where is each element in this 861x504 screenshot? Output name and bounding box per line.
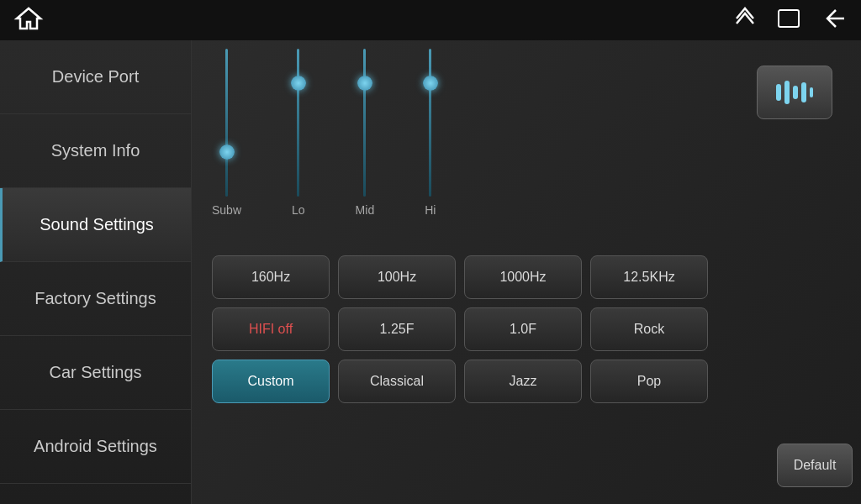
default-button[interactable]: Default xyxy=(777,444,853,487)
hi-label: Hi xyxy=(425,203,436,217)
sidebar-item-device-port[interactable]: Device Port xyxy=(0,40,191,114)
jazz-button[interactable]: Jazz xyxy=(464,360,582,403)
main-container: Device Port System Info Sound Settings F… xyxy=(0,40,861,504)
subw-thumb[interactable] xyxy=(219,144,235,160)
freq-160hz-button[interactable]: 160Hz xyxy=(212,255,330,299)
hifi-off-button[interactable]: HIFI off xyxy=(212,307,330,351)
svg-rect-4 xyxy=(784,81,790,104)
svg-rect-3 xyxy=(776,84,781,101)
hi-thumb[interactable] xyxy=(423,76,438,91)
hi-slider[interactable] xyxy=(429,49,431,197)
lo-label: Lo xyxy=(292,203,305,217)
svg-rect-5 xyxy=(793,86,798,99)
freq-100hz-button[interactable]: 100Hz xyxy=(338,255,456,299)
button-rows: 160Hz 100Hz 1000Hz 12.5KHz HIFI off 1.25… xyxy=(212,255,841,403)
mid-thumb[interactable] xyxy=(357,76,372,91)
preset-button-row: Custom Classical Jazz Pop xyxy=(212,360,841,403)
sound-icon-button[interactable] xyxy=(757,66,832,119)
chevron-up-icon[interactable] xyxy=(733,7,757,34)
home-icon[interactable] xyxy=(13,7,44,34)
eq-channel-lo: Lo xyxy=(292,49,305,217)
freq-button-row: 160Hz 100Hz 1000Hz 12.5KHz xyxy=(212,255,841,299)
freq-12_5khz-button[interactable]: 12.5KHz xyxy=(590,255,708,299)
pop-button[interactable]: Pop xyxy=(590,360,708,403)
mid-slider[interactable] xyxy=(363,49,366,197)
subw-label: Subw xyxy=(212,203,241,217)
subw-slider[interactable] xyxy=(225,49,228,197)
top-bar-right xyxy=(733,7,848,34)
sidebar-item-system-info[interactable]: System Info xyxy=(0,114,191,188)
eq-channel-hi: Hi xyxy=(425,49,436,217)
eq-sliders: Subw Lo Mid xyxy=(212,49,841,217)
sidebar-item-car-settings[interactable]: Car Settings xyxy=(0,336,191,410)
window-icon[interactable] xyxy=(777,8,800,32)
rock-button[interactable]: Rock xyxy=(590,307,708,351)
sidebar: Device Port System Info Sound Settings F… xyxy=(0,40,192,504)
svg-marker-0 xyxy=(17,8,40,29)
back-icon[interactable] xyxy=(821,7,848,34)
eq-channel-mid: Mid xyxy=(356,49,375,217)
mid-label: Mid xyxy=(356,203,375,217)
mid-button-row: HIFI off 1.25F 1.0F Rock xyxy=(212,307,841,351)
lo-slider[interactable] xyxy=(297,49,299,197)
top-bar-left xyxy=(13,7,44,34)
eq-channel-subw: Subw xyxy=(212,49,241,217)
svg-rect-6 xyxy=(801,82,806,102)
equalizer-area: Subw Lo Mid xyxy=(212,57,841,242)
sidebar-item-factory-settings[interactable]: Factory Settings xyxy=(0,262,191,336)
1-25f-button[interactable]: 1.25F xyxy=(338,307,456,351)
content-area: Subw Lo Mid xyxy=(192,40,861,504)
sidebar-item-android-settings[interactable]: Android Settings xyxy=(0,410,191,484)
svg-rect-1 xyxy=(779,10,799,27)
classical-button[interactable]: Classical xyxy=(338,360,456,403)
top-bar xyxy=(0,0,861,40)
sidebar-item-sound-settings[interactable]: Sound Settings xyxy=(0,188,191,262)
lo-thumb[interactable] xyxy=(291,76,306,91)
freq-1000hz-button[interactable]: 1000Hz xyxy=(464,255,582,299)
custom-button[interactable]: Custom xyxy=(212,360,330,403)
svg-rect-7 xyxy=(810,87,813,97)
1-0f-button[interactable]: 1.0F xyxy=(464,307,582,351)
